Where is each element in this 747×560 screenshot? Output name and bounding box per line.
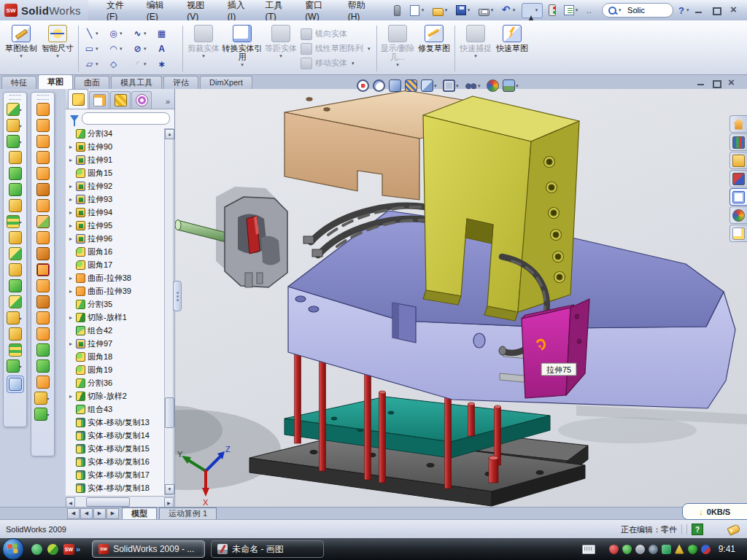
taskpane-tab-custom-properties[interactable]: [729, 225, 747, 242]
revolved-surface-button[interactable]: [36, 119, 50, 132]
combine-button[interactable]: [9, 279, 22, 292]
expand-arrow-icon[interactable]: ▸: [68, 209, 74, 216]
edit-appearance-button[interactable]: [486, 79, 500, 93]
tab-草图[interactable]: 草图: [38, 74, 73, 89]
input-method-icon[interactable]: [582, 545, 595, 554]
display-delete-relations-button[interactable]: 显示/删除几...: [379, 23, 416, 74]
security-red-icon[interactable]: [609, 545, 619, 554]
delete-face-button[interactable]: [36, 263, 50, 276]
security-green-icon[interactable]: [622, 545, 632, 554]
expand-arrow-icon[interactable]: ▸: [68, 288, 74, 295]
offset-entities-button[interactable]: 等距实体: [263, 23, 299, 74]
expand-arrow-icon[interactable]: ▸: [68, 341, 74, 347]
search-box[interactable]: [602, 3, 673, 18]
tab-nav-prev-button[interactable]: ◀: [67, 508, 80, 519]
taskbar-button[interactable]: 未命名 - 画图: [211, 540, 324, 558]
replace-face-button[interactable]: [36, 376, 50, 389]
paste-button[interactable]: ▦: [155, 26, 179, 41]
doc-minimize-button[interactable]: [695, 78, 706, 88]
tab-曲面[interactable]: 曲面: [74, 76, 109, 89]
tree-item[interactable]: 圆角17: [66, 258, 165, 271]
tree-item[interactable]: 实体-移动/复制18: [66, 481, 165, 494]
boundary-surface-button[interactable]: [36, 151, 50, 164]
curve-pattern-button[interactable]: [7, 311, 24, 324]
tree-item[interactable]: ▸切除-放样1: [66, 311, 165, 324]
boundary-boss-button[interactable]: [9, 183, 22, 196]
panel-overflow-icon[interactable]: »: [166, 97, 174, 109]
tree-item[interactable]: ▸拉伸90: [66, 140, 165, 153]
expand-arrow-icon[interactable]: ▸: [68, 222, 74, 229]
knit-surface-button[interactable]: [36, 295, 50, 308]
help-button[interactable]: ?: [676, 4, 693, 18]
thicken-button[interactable]: [36, 231, 50, 244]
linear-pattern-button[interactable]: [7, 215, 24, 228]
expand-arrow-icon[interactable]: ▸: [68, 314, 74, 321]
tree-item[interactable]: 分割36: [66, 376, 165, 389]
messenger-icon[interactable]: [31, 544, 42, 555]
swept-boss-button[interactable]: [9, 151, 22, 164]
mid-surface-button[interactable]: [36, 327, 50, 341]
tree-item[interactable]: ▸拉伸97: [66, 337, 165, 350]
scrollbar-thumb[interactable]: [86, 497, 130, 507]
helix-spiral-button[interactable]: [7, 359, 24, 373]
sketch-draw-button[interactable]: 草图绘制: [3, 23, 39, 74]
scrollbar-thumb[interactable]: [165, 397, 174, 428]
tree-item[interactable]: 分割34: [66, 127, 165, 140]
tree-item[interactable]: ▸拉伸96: [66, 232, 165, 245]
tab-nav-next-button[interactable]: ▶: [107, 508, 119, 519]
scroll-left-button[interactable]: ◀: [66, 497, 75, 508]
panel-tab-configuration-manager[interactable]: [110, 91, 131, 109]
section-view-button[interactable]: [404, 79, 418, 93]
pin-button[interactable]: [390, 3, 405, 18]
start-button[interactable]: [2, 538, 24, 560]
zoom-area-button[interactable]: [372, 79, 386, 93]
tag-icon[interactable]: [727, 524, 740, 536]
audio-icon[interactable]: [649, 545, 658, 554]
tree-item[interactable]: 圆角18: [66, 350, 165, 363]
lofted-boss-button[interactable]: [9, 167, 22, 180]
extruded-cut-button[interactable]: [7, 119, 24, 132]
swept-surface-button[interactable]: [36, 103, 50, 116]
extend-surface-button[interactable]: [36, 247, 50, 260]
quick-snaps-button[interactable]: 快速捕捉: [457, 23, 494, 74]
text-button[interactable]: A: [155, 41, 179, 56]
view-orientation-button[interactable]: [442, 79, 462, 93]
tree-item[interactable]: 实体-移动/复制15: [66, 442, 165, 455]
display-style-button[interactable]: [420, 79, 440, 93]
search-input[interactable]: [626, 5, 667, 15]
offset-surface-button[interactable]: [36, 215, 50, 228]
badge-icon[interactable]: [635, 545, 645, 554]
clock[interactable]: 9:41: [714, 544, 741, 554]
draft-button[interactable]: [9, 247, 22, 260]
tree-item[interactable]: 实体-移动/复制16: [66, 455, 165, 468]
taskpane-tab-appearances[interactable]: [729, 206, 747, 224]
save-button[interactable]: [454, 3, 474, 18]
toolbar-grip[interactable]: [9, 95, 21, 100]
antivirus-icon[interactable]: [47, 544, 58, 555]
rapid-sketch-button[interactable]: 快速草图: [494, 23, 530, 74]
quick-launch-overflow-icon[interactable]: »: [76, 545, 80, 553]
tree-item[interactable]: ▸拉伸93: [66, 192, 165, 206]
tab-nav-prev-button[interactable]: ◀: [80, 508, 93, 519]
part-yoke-bracket[interactable]: [423, 96, 579, 321]
taskpane-tab-toolbox[interactable]: [729, 170, 747, 187]
untrim-surface-button[interactable]: [36, 279, 50, 292]
undo-button[interactable]: [500, 4, 519, 18]
options-button[interactable]: [562, 3, 582, 18]
instant3d-button[interactable]: [7, 376, 24, 393]
filter-input[interactable]: [82, 112, 170, 125]
expand-arrow-icon[interactable]: ▸: [68, 144, 74, 150]
filled-surface-button[interactable]: [36, 167, 50, 180]
expand-arrow-icon[interactable]: ▸: [68, 236, 74, 242]
tree-item[interactable]: 实体-移动/复制14: [66, 429, 165, 442]
tree-item[interactable]: ▸拉伸94: [66, 206, 165, 219]
toolbar-grip[interactable]: [37, 95, 49, 100]
tab-model[interactable]: 模型: [122, 508, 157, 520]
hide-show-items-button[interactable]: [464, 79, 484, 93]
tab-motion-study[interactable]: 运动算例 1: [159, 508, 217, 520]
doc-close-button[interactable]: [726, 78, 737, 88]
taskpane-tab-home[interactable]: [729, 115, 747, 133]
tree-item[interactable]: ▸拉伸91: [66, 153, 165, 166]
trim-surface-button[interactable]: [36, 311, 50, 324]
zoom-fit-button[interactable]: [356, 79, 370, 93]
